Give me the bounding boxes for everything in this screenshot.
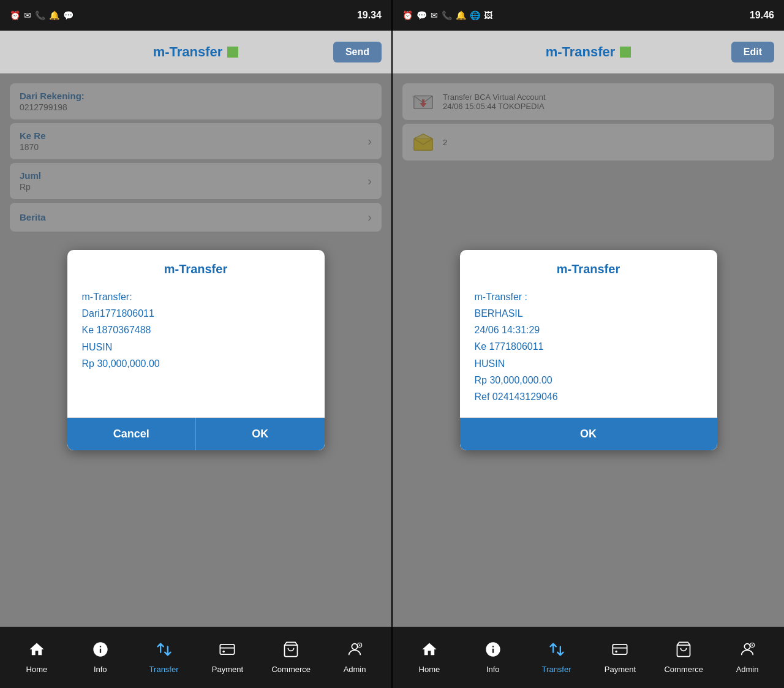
- whatsapp-icon: 💬: [63, 10, 74, 20]
- nav-info-left[interactable]: Info: [69, 641, 132, 674]
- dialog-line-3-left: Ke 1870367488: [82, 325, 151, 335]
- nav-payment-left[interactable]: Payment: [195, 641, 259, 674]
- svg-point-1: [223, 651, 225, 653]
- nav-transfer-right[interactable]: Transfer: [525, 641, 589, 674]
- phone-icon-right: 📞: [442, 10, 452, 20]
- nav-home-right[interactable]: Home: [398, 641, 461, 674]
- payment-icon-right: [611, 641, 628, 662]
- svg-rect-9: [613, 645, 627, 654]
- gmail-icon: ✉: [24, 10, 31, 20]
- dialog-line-7-right: Ref 024143129046: [475, 391, 558, 402]
- dialog-line-1-left: m-Transfer:: [82, 292, 132, 302]
- nav-info-right[interactable]: Info: [461, 641, 525, 674]
- dialog-title-right: m-Transfer: [460, 250, 717, 282]
- dialog-footer-right: OK: [460, 417, 717, 450]
- dialog-text-left: m-Transfer: Dari1771806011 Ke 1870367488…: [82, 289, 310, 372]
- home-icon-left: [28, 641, 45, 662]
- svg-point-10: [616, 651, 618, 653]
- right-panel: ⏰ 💬 ✉ 📞 🔔 🌐 🖼 19.46 m-Transfer Edit: [393, 0, 784, 688]
- dialog-overlay-left: m-Transfer m-Transfer: Dari1771806011 Ke…: [0, 74, 391, 627]
- nav-commerce-left[interactable]: Commerce: [259, 641, 323, 674]
- transfer-icon-left: [156, 641, 173, 662]
- svg-point-3: [352, 644, 357, 649]
- nav-admin-right[interactable]: Admin: [715, 641, 779, 674]
- nav-payment-label-left: Payment: [212, 665, 243, 674]
- dialog-footer-left: Cancel OK: [67, 417, 325, 450]
- green-square-left: [227, 47, 238, 58]
- notif-icon-right: 🔔: [456, 10, 466, 20]
- left-status-icons: ⏰ ✉ 📞 🔔 💬: [10, 10, 74, 20]
- info-icon-left: [92, 641, 109, 662]
- status-bar-left: ⏰ ✉ 📞 🔔 💬 19.34: [0, 0, 391, 31]
- svg-point-12: [744, 644, 750, 649]
- nav-transfer-label-right: Transfer: [542, 665, 571, 674]
- app-title-right: m-Transfer: [546, 44, 616, 60]
- dialog-line-5-right: HUSIN: [475, 358, 505, 369]
- home-icon-right: [421, 641, 438, 662]
- admin-icon-left: [346, 641, 363, 662]
- commerce-icon-left: [282, 641, 300, 662]
- dialog-line-6-right: Rp 30,000,000.00: [475, 375, 552, 385]
- dialog-body-right: m-Transfer : BERHASIL 24/06 14:31:29 Ke …: [460, 282, 717, 417]
- nav-home-label-left: Home: [26, 665, 48, 674]
- edit-button[interactable]: Edit: [731, 42, 774, 62]
- nav-admin-left[interactable]: Admin: [323, 641, 386, 674]
- dialog-line-2-left: Dari1771806011: [82, 308, 154, 319]
- phone-icon: 📞: [35, 10, 45, 20]
- dialog-line-4-left: HUSIN: [82, 342, 113, 352]
- nav-admin-label-right: Admin: [736, 665, 759, 674]
- app-header-right: m-Transfer Edit: [393, 31, 784, 74]
- dialog-overlay-right: m-Transfer m-Transfer : BERHASIL 24/06 1…: [393, 74, 784, 627]
- globe-icon-right: 🌐: [470, 10, 480, 20]
- alarm-icon: ⏰: [10, 10, 20, 20]
- transfer-icon-right: [548, 641, 565, 662]
- info-icon-right: [484, 641, 502, 662]
- bottom-nav-left: Home Info Transfer Payment Commerce: [0, 627, 391, 688]
- dialog-body-left: m-Transfer: Dari1771806011 Ke 1870367488…: [67, 282, 325, 417]
- nav-commerce-label-left: Commerce: [271, 665, 311, 674]
- nav-info-label-left: Info: [94, 665, 107, 674]
- ok-button-right[interactable]: OK: [460, 418, 717, 450]
- main-content-right: Transfer BCA Virtual Account24/06 15:05:…: [393, 74, 784, 627]
- nav-commerce-label-right: Commerce: [664, 665, 703, 674]
- payment-icon-left: [219, 641, 236, 662]
- ok-button-left[interactable]: OK: [196, 418, 325, 450]
- right-status-icons: ⏰ 💬 ✉ 📞 🔔 🌐 🖼: [402, 10, 492, 20]
- nav-admin-label-left: Admin: [344, 665, 366, 674]
- commerce-icon-right: [675, 641, 692, 662]
- status-time-right: 19.46: [750, 10, 774, 21]
- svg-rect-0: [221, 645, 235, 654]
- dialog-right: m-Transfer m-Transfer : BERHASIL 24/06 1…: [460, 250, 717, 450]
- nav-home-left[interactable]: Home: [5, 641, 69, 674]
- clock-icon-right: ⏰: [402, 10, 413, 20]
- cancel-button[interactable]: Cancel: [67, 418, 197, 450]
- whatsapp-icon-right: 💬: [417, 10, 427, 20]
- nav-home-label-right: Home: [419, 665, 440, 674]
- admin-icon-right: [739, 641, 756, 662]
- status-bar-right: ⏰ 💬 ✉ 📞 🔔 🌐 🖼 19.46: [393, 0, 784, 31]
- left-panel: ⏰ ✉ 📞 🔔 💬 19.34 m-Transfer Send Dari Rek…: [0, 0, 391, 688]
- gmail-icon-right: ✉: [431, 10, 438, 20]
- nav-payment-label-right: Payment: [605, 665, 636, 674]
- send-button[interactable]: Send: [333, 42, 382, 62]
- dialog-left: m-Transfer m-Transfer: Dari1771806011 Ke…: [67, 250, 325, 450]
- nav-payment-right[interactable]: Payment: [588, 641, 652, 674]
- app-title-left: m-Transfer: [153, 44, 223, 60]
- notif-icon: 🔔: [49, 10, 59, 20]
- main-content-left: Dari Rekening: 0212799198 Ke Re 1870 › J…: [0, 74, 391, 627]
- dialog-line-3-right: 24/06 14:31:29: [475, 325, 540, 335]
- dialog-title-left: m-Transfer: [67, 250, 325, 282]
- bottom-nav-right: Home Info Transfer Payment Commerce: [393, 627, 784, 688]
- dialog-line-1-right: m-Transfer :: [475, 292, 528, 302]
- app-header-left: m-Transfer Send: [0, 31, 391, 74]
- green-square-right: [620, 47, 631, 58]
- dialog-line-2-right: BERHASIL: [475, 308, 523, 319]
- nav-commerce-right[interactable]: Commerce: [652, 641, 715, 674]
- nav-transfer-left[interactable]: Transfer: [132, 641, 196, 674]
- dialog-line-4-right: Ke 1771806011: [475, 341, 544, 352]
- nav-transfer-label-left: Transfer: [149, 665, 179, 674]
- image-icon-right: 🖼: [484, 10, 492, 20]
- nav-info-label-right: Info: [486, 665, 500, 674]
- dialog-line-5-left: Rp 30,000,000.00: [82, 358, 160, 369]
- dialog-text-right: m-Transfer : BERHASIL 24/06 14:31:29 Ke …: [475, 289, 703, 405]
